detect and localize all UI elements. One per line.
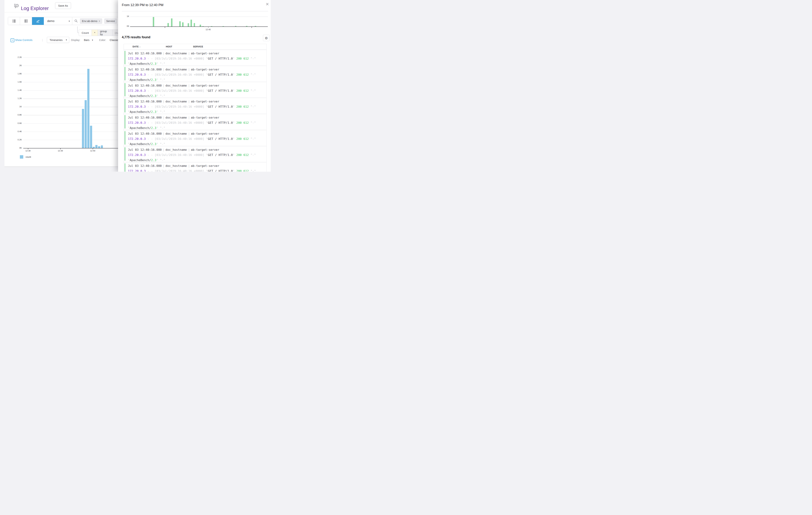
log-status-bytes: 200 612 [236,137,249,141]
count-bar [202,26,204,27]
log-user-agent: ApacheBench/ [130,94,151,98]
x-axis-tick [165,27,165,28]
log-http-request: GET / HTTP/1.0 [208,57,233,60]
x-axis-tick [252,27,252,28]
chevron-down-icon: ▾ [69,20,70,22]
log-user-agent: ApacheBench/ [130,62,151,65]
results-count: 4,775 results found [122,35,150,39]
count-bar [93,147,95,148]
log-row[interactable]: Jul 03 12:40:16.000|doc_hostname|ab-targ… [124,146,266,162]
log-row[interactable]: Jul 03 12:40:16.000|doc_hostname|ab-targ… [124,66,266,82]
table-settings-button[interactable]: ⚙ [263,35,269,41]
x-axis-line [130,27,268,27]
column-header-date[interactable]: DATE ↓ [133,46,140,48]
y-axis-label: 0.8K [15,114,22,116]
log-row[interactable]: Jul 03 12:40:16.000|doc_hostname|ab-targ… [124,162,266,172]
y-gridline [130,17,268,17]
saved-view-dropdown[interactable]: demo ▾ [44,17,72,25]
count-bar [246,26,248,27]
status-indicator-bar [124,147,125,161]
log-line-summary: Jul 03 12:40:16.000|doc_hostname|ab-targ… [128,67,266,72]
log-row[interactable]: Jul 03 12:40:16.000|doc_hostname|ab-targ… [124,82,266,98]
show-controls-button[interactable]: Show Controls [15,37,33,43]
log-status-bytes: 200 612 [236,169,249,172]
log-line-user-agent: "ApacheBench/2.3" "-" [128,77,266,83]
detail-view-button[interactable] [20,17,32,25]
count-bar [194,23,195,27]
column-header-service[interactable]: SERVICE [193,46,203,48]
filter-pill-env[interactable]: Env:ab-demo × [80,19,102,24]
log-client-ip: 172.20.0.3 [128,105,146,109]
y-axis-label: 2.2K [15,56,22,58]
x-axis-tick [28,148,28,149]
y-axis-label: 0K [15,147,22,149]
log-line-summary: Jul 03 12:40:16.000|doc_hostname|ab-targ… [128,163,266,169]
visualization-value: Timeseries [50,38,63,41]
count-bar [179,21,181,27]
log-line-request: 172.20.0.3 - - [03/Jul/2019:16:40:16 +00… [128,72,266,77]
close-icon[interactable]: × [266,1,269,7]
main-timeseries-chart[interactable]: 0K0.2K0.4K0.6K0.8K1K1.2K1.4K1.6K1.8K2K2.… [4,44,122,159]
y-gridline [23,74,118,74]
count-bar [171,19,172,27]
column-header-host[interactable]: HOST [166,46,172,48]
y-axis-label: 1.2K [15,97,22,99]
log-line-request: 172.20.0.3 - - [03/Jul/2019:16:40:16 +00… [128,120,266,125]
chevron-down-icon[interactable]: ▾ [92,37,93,43]
count-bar [82,109,84,148]
list-view-button[interactable] [8,17,20,25]
log-http-request: GET / HTTP/1.0 [208,105,233,109]
log-user-agent: ApacheBench/ [130,126,151,130]
count-bar [211,26,212,27]
log-date: Jul 03 12:40:16.000 [128,51,162,56]
log-user-agent-version: 2.3 [151,158,156,162]
log-user-agent: ApacheBench/ [130,110,151,114]
saved-view-label: demo [47,20,54,23]
log-service: ab-target-server [191,99,219,104]
log-status-bytes: 200 612 [236,57,249,60]
y-gridline [23,123,118,124]
measure-select[interactable]: Count [79,30,92,36]
y-axis-label: 1.4K [15,89,22,91]
filter-pill-service[interactable]: Service [104,19,117,24]
y-gridline [23,115,118,115]
chart-legend: count [20,155,31,159]
detail-histogram-chart[interactable]: 1K0K12:40 [125,13,270,31]
visualization-dropdown[interactable]: Timeseries ▾ [47,37,69,43]
table-header-row: DATE ↓ HOST SERVICE [124,44,266,50]
page-title: Log Explorer [21,6,49,11]
display-value-dropdown[interactable]: Bars [84,37,89,43]
save-as-button[interactable]: Save As [55,2,71,9]
y-axis-label: 1K [125,15,129,17]
log-line-request: 172.20.0.3 - - [03/Jul/2019:16:40:16 +00… [128,152,266,157]
log-row[interactable]: Jul 03 12:40:16.000|doc_hostname|ab-targ… [124,98,266,114]
log-service: ab-target-server [191,83,219,88]
timeseries-view-button[interactable] [32,17,44,25]
log-row[interactable]: Jul 03 12:40:16.000|doc_hostname|ab-targ… [124,130,266,146]
color-value-dropdown[interactable]: Classic [110,37,118,43]
status-indicator-bar [124,163,125,172]
group-by-label: group by [98,30,113,36]
log-line-summary: Jul 03 12:40:16.000|doc_hostname|ab-targ… [128,83,266,88]
color-label: Color: [99,37,106,43]
log-user-agent-version: 2.3 [151,62,156,65]
search-icon [75,19,78,23]
log-line-request: 172.20.0.3 - - [03/Jul/2019:16:40:16 +00… [128,56,266,61]
measure-star-field[interactable]: * [92,30,98,36]
log-date: Jul 03 12:40:16.000 [128,163,162,169]
log-row[interactable]: Jul 03 12:40:16.000|doc_hostname|ab-targ… [124,50,266,66]
log-user-agent-version: 2.3 [151,94,156,98]
filter-pill-env-label: Env:ab-demo [82,20,97,23]
count-bar [87,69,89,148]
y-gridline [23,57,118,58]
panel-divider [122,11,268,11]
log-row[interactable]: Jul 03 12:40:16.000|doc_hostname|ab-targ… [124,114,266,130]
gear-icon: ⚙ [265,36,268,40]
log-line-summary: Jul 03 12:40:16.000|doc_hostname|ab-targ… [128,51,266,56]
log-status-bytes: 200 612 [236,105,249,109]
status-indicator-bar [124,83,125,96]
y-axis-label: 2K [15,64,22,66]
log-http-request: GET / HTTP/1.0 [208,169,233,172]
log-user-agent: ApacheBench/ [130,78,151,82]
remove-filter-icon[interactable]: × [98,20,100,23]
